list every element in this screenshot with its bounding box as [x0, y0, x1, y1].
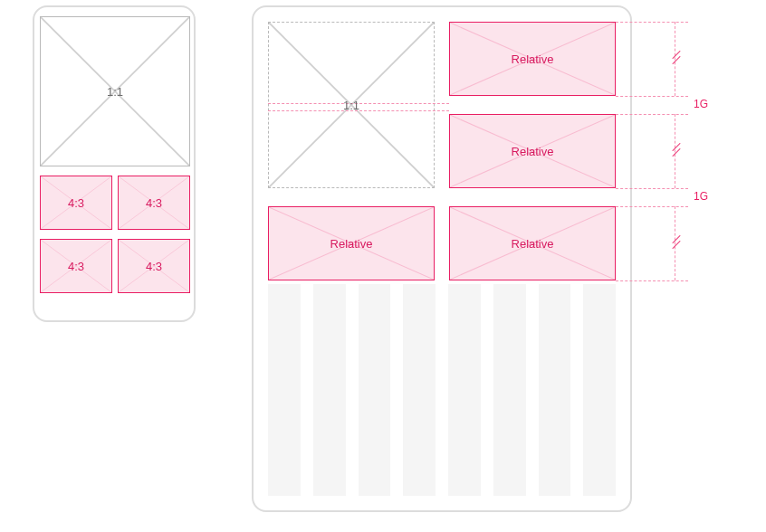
guide-line	[616, 22, 688, 23]
tablet-hero-image-box: 1:1	[268, 22, 435, 188]
guide-line	[616, 96, 688, 97]
tablet-device-frame: 1:1 Relative Relative Relative Relative	[252, 5, 632, 512]
layout-diagram: 1:1 4:3 4:3 4:3 4:3	[0, 0, 766, 532]
tablet-screen: 1:1 Relative Relative Relative Relative	[268, 22, 616, 496]
phone-tile: 4:3	[40, 176, 112, 230]
guide-line	[616, 114, 688, 115]
tablet-tile: Relative	[449, 22, 616, 96]
aspect-label: 4:3	[146, 196, 162, 210]
phone-screen: 1:1 4:3 4:3 4:3 4:3	[40, 16, 188, 311]
gap-label: 1G	[694, 190, 708, 203]
aspect-label: 4:3	[146, 260, 162, 273]
aspect-label: Relative	[330, 237, 373, 251]
aspect-label: 4:3	[68, 196, 84, 210]
guide-line	[616, 206, 688, 207]
aspect-label: 1:1	[343, 99, 359, 112]
phone-tile: 4:3	[118, 239, 190, 293]
tablet-tile: Relative	[449, 114, 616, 188]
aspect-label: 4:3	[68, 260, 84, 273]
aspect-label: Relative	[512, 145, 554, 158]
aspect-label: Relative	[512, 52, 554, 66]
aspect-label: Relative	[512, 237, 554, 251]
phone-tile: 4:3	[118, 176, 190, 230]
phone-device-frame: 1:1 4:3 4:3 4:3 4:3	[33, 5, 196, 322]
guide-line	[616, 280, 688, 281]
guide-line	[616, 188, 688, 189]
tablet-tile: Relative	[449, 206, 616, 280]
aspect-label: 1:1	[107, 85, 123, 99]
column-grid-overlay	[268, 284, 616, 496]
tablet-tile: Relative	[268, 206, 435, 280]
gap-label: 1G	[694, 98, 708, 110]
phone-hero-image-box: 1:1	[40, 16, 190, 166]
phone-tile: 4:3	[40, 239, 112, 293]
